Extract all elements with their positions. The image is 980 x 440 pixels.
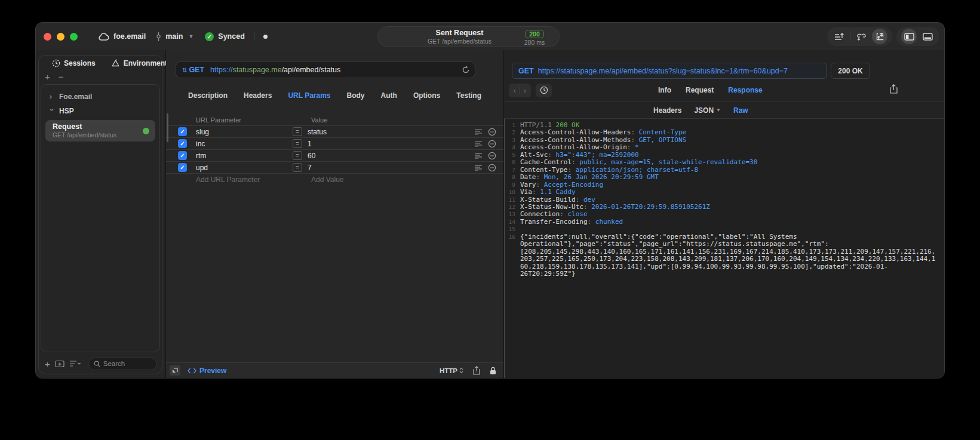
http-version-selector[interactable]: HTTP	[440, 367, 463, 374]
param-checkbox[interactable]: ✓	[178, 127, 187, 136]
activity-pill[interactable]: Sent Request GET /api/embed/status 200 2…	[377, 26, 560, 47]
param-checkbox[interactable]: ✓	[178, 151, 187, 160]
tab-url-params[interactable]: URL Params	[288, 91, 330, 102]
scrollbar-thumb[interactable]	[167, 113, 168, 142]
zoom-window-button[interactable]	[70, 33, 78, 41]
search-input[interactable]: Search	[88, 358, 157, 370]
titlebar: foe.email main ▼ ✓ Synced Sent Request G…	[36, 23, 944, 50]
remove-row-button[interactable]	[488, 128, 496, 136]
sort-list-button[interactable]	[69, 360, 81, 367]
duration-label: 280 ms	[516, 39, 553, 47]
add-item-button[interactable]: +	[45, 359, 50, 369]
subtab-headers[interactable]: Headers	[653, 106, 681, 115]
chevron-right-icon[interactable]: ›	[50, 93, 54, 101]
chevron-down-icon[interactable]: ▼	[188, 33, 193, 39]
tab-response[interactable]: Response	[728, 86, 762, 94]
clock-icon	[52, 59, 60, 67]
subtab-json[interactable]: JSON▼	[694, 106, 721, 115]
sent-request-url[interactable]: GET https://statuspage.me/api/embed/stat…	[512, 63, 827, 79]
tree-folder-foe-email[interactable]: › Foe.email	[44, 90, 157, 104]
param-row-rtm[interactable]: ✓rtm=60	[166, 150, 503, 162]
tab-info[interactable]: Info	[658, 86, 671, 94]
tab-testing[interactable]: Testing	[456, 91, 481, 102]
tab-auth[interactable]: Auth	[381, 91, 397, 102]
request-list-item[interactable]: Request GET /api/embed/status	[45, 120, 155, 141]
table-header: URL Parameter Value	[166, 115, 503, 126]
param-value[interactable]: 7	[308, 164, 475, 172]
param-checkbox[interactable]: ✓	[178, 139, 187, 148]
param-value[interactable]: status	[308, 128, 475, 136]
line-number: 1	[506, 122, 515, 129]
row-menu-icon[interactable]	[475, 129, 483, 135]
export-response-button[interactable]	[890, 84, 898, 94]
refresh-button[interactable]	[462, 66, 470, 74]
sync-icon[interactable]	[852, 29, 870, 44]
subtab-raw[interactable]: Raw	[733, 106, 748, 115]
tree-folder-hsp[interactable]: › HSP	[44, 104, 157, 118]
url-host[interactable]: statuspage.me	[233, 66, 282, 74]
url-scheme[interactable]: https://	[210, 66, 233, 74]
tab-options[interactable]: Options	[413, 91, 440, 102]
param-name[interactable]: slug	[196, 128, 293, 136]
tab-request[interactable]: Request	[686, 86, 714, 94]
method-selector-icon[interactable]: ⇅	[182, 67, 187, 73]
collapse-editor-button[interactable]	[170, 365, 180, 376]
row-menu-icon[interactable]	[475, 153, 483, 159]
history-button[interactable]	[536, 84, 552, 97]
remove-row-button[interactable]	[488, 140, 496, 148]
branch-name[interactable]: main	[165, 32, 183, 41]
sync-status[interactable]: Synced	[218, 32, 244, 41]
share-button[interactable]	[473, 366, 480, 375]
add-param-row[interactable]: Add URL Parameter Add Value	[166, 174, 503, 186]
tab-description[interactable]: Description	[188, 91, 228, 102]
status-dot	[143, 128, 149, 134]
url-path[interactable]: /api/embed/status	[282, 66, 341, 74]
line-number: 13	[506, 211, 515, 218]
param-name[interactable]: rtm	[196, 152, 293, 160]
sequence-icon[interactable]	[830, 29, 848, 44]
param-name[interactable]: inc	[196, 140, 293, 148]
param-row-slug[interactable]: ✓slug=status	[166, 126, 503, 138]
minimize-window-button[interactable]	[57, 33, 64, 41]
add-value-placeholder[interactable]: Add Value	[311, 176, 344, 184]
folder-label: HSP	[59, 107, 74, 115]
row-menu-icon[interactable]	[475, 165, 483, 171]
sidebar-tab-sessions[interactable]: Sessions	[52, 59, 96, 67]
sidebar-tab-environments[interactable]: Environments	[111, 59, 171, 67]
tab-headers[interactable]: Headers	[244, 91, 272, 102]
response-url-text: https://statuspage.me/api/embed/status?s…	[538, 67, 788, 75]
param-row-inc[interactable]: ✓inc=1	[166, 138, 503, 150]
chevron-down-icon[interactable]: ›	[48, 109, 56, 113]
add-session-button[interactable]: +	[45, 73, 50, 81]
url-bar[interactable]: ⇅ GET https://statuspage.me/api/embed/st…	[176, 61, 475, 78]
line-number: 5	[506, 152, 515, 159]
param-value[interactable]: 1	[308, 140, 475, 148]
close-window-button[interactable]	[44, 33, 51, 41]
param-row-upd[interactable]: ✓upd=7	[166, 162, 503, 174]
remove-row-button[interactable]	[488, 164, 496, 172]
column-header-value: Value	[311, 116, 327, 124]
layout-group	[896, 27, 939, 46]
param-value[interactable]: 60	[308, 152, 475, 160]
remove-session-button[interactable]: −	[59, 73, 64, 81]
add-param-placeholder[interactable]: Add URL Parameter	[196, 176, 311, 184]
sessions-label: Sessions	[64, 59, 96, 67]
sidebar-panel-icon[interactable]	[901, 29, 917, 44]
preview-button[interactable]: Preview	[188, 367, 226, 375]
folder-label: Foe.email	[59, 93, 92, 101]
row-menu-icon[interactable]	[475, 141, 483, 147]
tab-body[interactable]: Body	[347, 91, 365, 102]
new-group-button[interactable]	[55, 360, 64, 368]
param-checkbox[interactable]: ✓	[178, 163, 187, 172]
project-name[interactable]: foe.email	[113, 32, 146, 41]
bottom-panel-icon[interactable]	[918, 29, 936, 44]
raw-response-body[interactable]: 1HTTP/1.1 200 OK2Access-Control-Allow-He…	[504, 119, 944, 378]
back-button[interactable]: ‹	[510, 86, 520, 95]
remove-row-button[interactable]	[488, 152, 496, 160]
forward-button[interactable]: ›	[520, 86, 530, 95]
lock-icon[interactable]	[490, 367, 496, 375]
param-name[interactable]: upd	[196, 164, 293, 172]
search-icon	[94, 361, 100, 367]
method-label[interactable]: GET	[189, 66, 204, 74]
import-export-icon[interactable]	[872, 29, 887, 44]
